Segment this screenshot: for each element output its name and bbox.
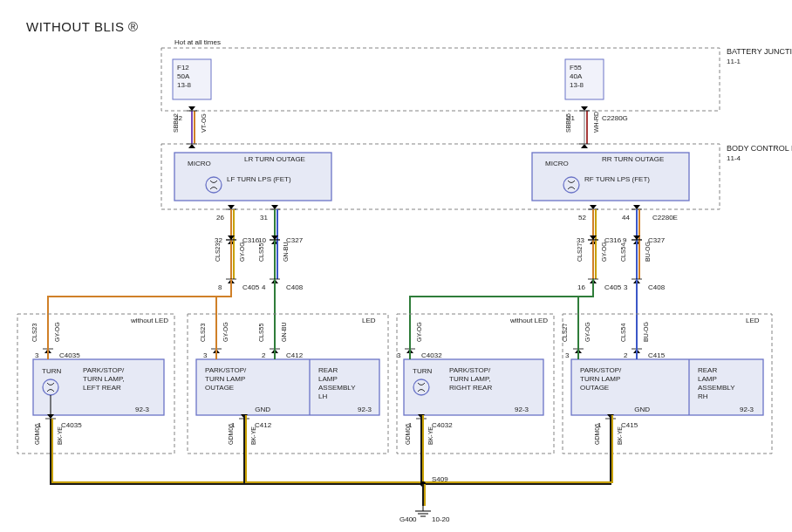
svg-text:3: 3 — [397, 351, 401, 359]
svg-text:52: 52 — [578, 214, 586, 222]
svg-text:92-3: 92-3 — [358, 406, 372, 413]
svg-text:92-3: 92-3 — [740, 406, 754, 413]
svg-text:4: 4 — [262, 283, 266, 291]
svg-text:10-20: 10-20 — [432, 515, 450, 523]
svg-text:RH: RH — [698, 392, 708, 400]
svg-text:S409: S409 — [432, 475, 448, 483]
svg-text:MICRO: MICRO — [545, 160, 569, 167]
svg-text:44: 44 — [622, 214, 630, 222]
svg-text:REAR: REAR — [318, 366, 338, 374]
svg-text:G400: G400 — [399, 515, 417, 523]
wire-sbb55: 21 C2280G SBB55 WH-RD — [565, 106, 628, 148]
svg-text:3: 3 — [565, 351, 570, 359]
svg-text:GDM06: GDM06 — [405, 424, 411, 445]
mid-left-a: 32 C316 CLS23 GY-OG 8 C405 — [215, 209, 260, 291]
svg-text:C408: C408 — [286, 283, 304, 291]
svg-text:C2280E: C2280E — [652, 214, 678, 222]
svg-text:CLS55: CLS55 — [258, 323, 264, 342]
svg-text:LAMP: LAMP — [698, 375, 717, 383]
svg-text:92-3: 92-3 — [135, 406, 150, 413]
svg-text:92-3: 92-3 — [515, 406, 529, 413]
svg-text:ASSEMBLY: ASSEMBLY — [318, 384, 356, 392]
svg-text:LR TURN OUTAGE: LR TURN OUTAGE — [244, 155, 305, 163]
svg-text:C4035: C4035 — [59, 351, 80, 359]
svg-text:GY-OG: GY-OG — [54, 322, 60, 342]
svg-text:13-8: 13-8 — [570, 81, 584, 89]
svg-text:C412: C412 — [255, 421, 272, 429]
wire-sbb12: 22 SBB12 VT-OG — [173, 106, 207, 148]
svg-text:13-8: 13-8 — [177, 81, 192, 89]
svg-text:GDM06: GDM06 — [228, 424, 234, 445]
svg-text:BK-YE: BK-YE — [427, 426, 434, 445]
svg-text:GND: GND — [634, 406, 650, 413]
svg-rect-5 — [161, 48, 720, 111]
group-3: without LED CLS27 GY-OG 3 C4032 TURN PAR… — [393, 314, 554, 532]
svg-text:LH: LH — [318, 392, 327, 400]
svg-text:TURN LAMP,: TURN LAMP, — [449, 375, 490, 383]
svg-text:LEFT REAR: LEFT REAR — [83, 384, 121, 392]
svg-text:TURN LAMP: TURN LAMP — [205, 375, 245, 383]
svg-text:GDM06: GDM06 — [594, 424, 600, 445]
svg-text:PARK/STOP/: PARK/STOP/ — [83, 366, 125, 374]
svg-text:40A: 40A — [570, 72, 583, 80]
svg-text:C4032: C4032 — [432, 421, 453, 429]
svg-text:C405: C405 — [242, 283, 260, 291]
svg-text:LED: LED — [746, 317, 760, 324]
svg-text:CLS23: CLS23 — [200, 323, 206, 342]
svg-text:TURN: TURN — [42, 367, 61, 375]
svg-text:OUTAGE: OUTAGE — [205, 384, 234, 392]
diagram-title: WITHOUT BLIS ® — [26, 19, 139, 34]
svg-text:LED: LED — [362, 317, 376, 324]
svg-text:26: 26 — [216, 214, 224, 222]
svg-text:C412: C412 — [286, 351, 304, 359]
svg-text:31: 31 — [260, 214, 268, 222]
svg-text:BU-OG: BU-OG — [643, 322, 649, 342]
svg-text:F12: F12 — [177, 64, 189, 72]
svg-text:TURN LAMP,: TURN LAMP, — [83, 375, 124, 383]
svg-text:11-1: 11-1 — [727, 58, 741, 65]
svg-text:3: 3 — [35, 351, 39, 359]
svg-text:WH-RD: WH-RD — [593, 112, 599, 133]
svg-text:BATTERY JUNCTION BOX (BJB): BATTERY JUNCTION BOX (BJB) — [727, 47, 792, 56]
svg-text:PARK/STOP/: PARK/STOP/ — [449, 366, 491, 374]
svg-text:BK-YE: BK-YE — [250, 426, 256, 445]
svg-text:CLS27: CLS27 — [562, 323, 568, 342]
group-2: LED CLS23 GY-OG CLS55 GN-BU 3 2 C412 PAR… — [188, 314, 423, 484]
svg-text:C408: C408 — [648, 283, 666, 291]
svg-text:TURN: TURN — [413, 367, 432, 375]
svg-text:BK-YE: BK-YE — [57, 426, 63, 445]
svg-text:RIGHT REAR: RIGHT REAR — [449, 384, 492, 392]
svg-text:CLS27: CLS27 — [577, 242, 583, 262]
wiring-diagram: WITHOUT BLIS ® Hot at all times BATTERY … — [0, 0, 792, 532]
bcm-box: BODY CONTROL MODULE (BCM) 11-4 MICRO LR … — [161, 144, 792, 209]
mid-right-a: 33 C316 CLS27 GY-OG 16 C405 — [577, 209, 622, 291]
svg-text:without LED: without LED — [509, 317, 548, 324]
svg-text:C2280G: C2280G — [602, 114, 628, 122]
svg-text:C4032: C4032 — [421, 351, 442, 359]
svg-text:3: 3 — [624, 283, 628, 291]
hot-note: Hot at all times — [174, 38, 221, 46]
svg-text:PARK/STOP/: PARK/STOP/ — [205, 366, 247, 374]
svg-text:SBB55: SBB55 — [565, 113, 571, 133]
svg-text:CLS23: CLS23 — [31, 323, 38, 342]
svg-text:GY-OG: GY-OG — [601, 242, 607, 262]
bjb-box: Hot at all times BATTERY JUNCTION BOX (B… — [161, 38, 792, 111]
svg-text:VT-OG: VT-OG — [201, 113, 207, 133]
svg-text:11-4: 11-4 — [727, 154, 741, 162]
svg-text:GY-OG: GY-OG — [239, 242, 245, 262]
svg-text:CLS54: CLS54 — [620, 323, 626, 342]
svg-text:GN-BU: GN-BU — [281, 322, 287, 342]
svg-text:C4035: C4035 — [61, 421, 82, 429]
svg-text:RF TURN LPS (FET): RF TURN LPS (FET) — [584, 175, 650, 183]
svg-text:REAR: REAR — [698, 366, 717, 374]
svg-text:GDM06: GDM06 — [34, 424, 40, 445]
svg-text:GN-BU: GN-BU — [283, 242, 289, 262]
svg-text:PARK/STOP/: PARK/STOP/ — [580, 366, 622, 374]
svg-text:CLS23: CLS23 — [215, 242, 221, 262]
svg-text:16: 16 — [577, 283, 585, 291]
svg-text:BU-OG: BU-OG — [645, 242, 651, 262]
svg-text:TURN LAMP: TURN LAMP — [580, 375, 620, 383]
svg-text:GND: GND — [255, 406, 270, 413]
svg-text:OUTAGE: OUTAGE — [580, 384, 609, 392]
svg-text:CLS55: CLS55 — [258, 242, 264, 262]
